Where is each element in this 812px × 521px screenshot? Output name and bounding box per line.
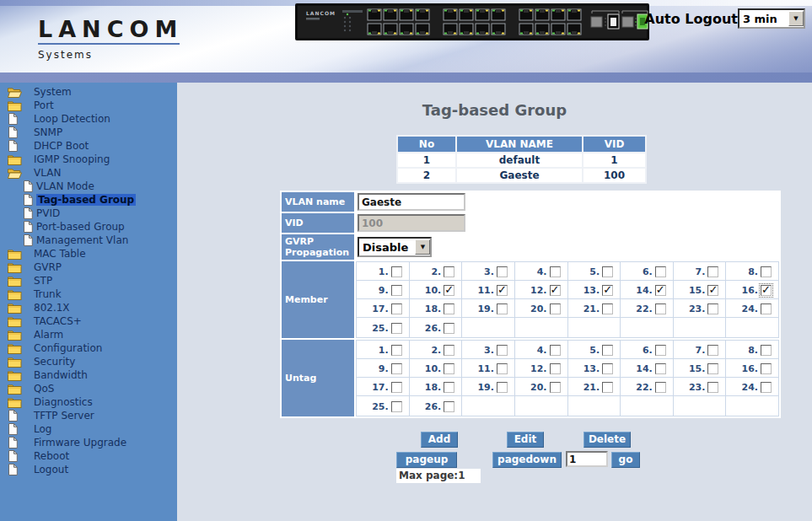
untag-port-7-checkbox[interactable]	[707, 345, 718, 356]
untag-port-20-checkbox[interactable]	[550, 382, 561, 393]
untag-port-13-checkbox[interactable]	[602, 363, 613, 374]
sidebar-item-qos[interactable]: QoS	[0, 382, 177, 395]
member-port-3-checkbox[interactable]	[497, 266, 508, 277]
sidebar-item-firmware-upgrade[interactable]: Firmware Upgrade	[0, 436, 177, 449]
member-port-22-checkbox[interactable]	[655, 303, 666, 314]
go-button[interactable]: go	[611, 452, 640, 468]
sidebar-item-reboot[interactable]: Reboot	[0, 449, 177, 463]
file-icon	[23, 221, 33, 233]
sidebar-item-port-based-group[interactable]: Port-based Group	[0, 220, 177, 234]
member-port-25-checkbox[interactable]	[391, 323, 402, 334]
member-port-17-checkbox[interactable]	[391, 303, 402, 314]
add-button[interactable]: Add	[421, 432, 458, 448]
member-port-2-checkbox[interactable]	[444, 266, 454, 277]
untag-port-9-checkbox[interactable]	[391, 363, 402, 374]
untag-port-18-checkbox[interactable]	[444, 382, 454, 393]
vlan-name-input[interactable]	[358, 193, 465, 211]
sidebar-item-bandwidth[interactable]: Bandwidth	[0, 368, 177, 382]
pagedown-button[interactable]: pagedown	[492, 452, 562, 468]
member-port-8-checkbox[interactable]	[761, 266, 772, 277]
member-port-19-checkbox[interactable]	[497, 303, 508, 314]
gvrp-select[interactable]: Disable ▼	[358, 237, 432, 257]
member-port-24-checkbox[interactable]	[761, 303, 772, 314]
member-port-15-checkbox[interactable]	[707, 285, 718, 296]
sidebar-item-tftp-server[interactable]: TFTP Server	[0, 409, 177, 422]
untag-port-12-checkbox[interactable]	[550, 363, 561, 374]
member-port-13-checkbox[interactable]	[602, 285, 613, 296]
sidebar-item-management-vlan[interactable]: Management Vlan	[0, 234, 177, 247]
sidebar-item-trunk[interactable]: Trunk	[0, 287, 177, 301]
pageup-button[interactable]: pageup	[396, 452, 457, 468]
untag-port-5-checkbox[interactable]	[602, 345, 613, 356]
sidebar-item-log[interactable]: Log	[0, 422, 177, 436]
untag-port-10-checkbox[interactable]	[444, 363, 454, 374]
member-port-1-checkbox[interactable]	[391, 266, 402, 277]
file-icon	[23, 234, 33, 246]
untag-port-24-checkbox[interactable]	[761, 382, 772, 393]
member-port-11-checkbox[interactable]	[497, 285, 508, 296]
member-port-12-checkbox[interactable]	[550, 285, 561, 296]
file-icon	[8, 410, 18, 422]
sidebar-item-vlan[interactable]: VLAN	[0, 166, 177, 180]
page-number-input[interactable]	[566, 451, 608, 467]
table-row[interactable]: 1default1	[398, 153, 645, 167]
member-port-7-checkbox[interactable]	[707, 266, 718, 277]
untag-port-22-checkbox[interactable]	[655, 382, 666, 393]
sidebar-item-tacacs[interactable]: TACACS+	[0, 314, 177, 328]
member-port-6-checkbox[interactable]	[655, 266, 666, 277]
sidebar-item-gvrp[interactable]: GVRP	[0, 260, 177, 274]
member-port-14-checkbox[interactable]	[655, 285, 666, 296]
untag-port-4-checkbox[interactable]	[550, 345, 561, 356]
sidebar-item-alarm[interactable]: Alarm	[0, 328, 177, 341]
sidebar-item-pvid[interactable]: PVID	[0, 207, 177, 220]
sidebar-item-mac-table[interactable]: MAC Table	[0, 247, 177, 260]
member-port-26-checkbox[interactable]	[444, 323, 454, 334]
untag-port-8-checkbox[interactable]	[761, 345, 772, 356]
member-port-9-checkbox[interactable]	[391, 285, 402, 296]
sidebar-item-port[interactable]: Port	[0, 99, 177, 112]
chevron-down-icon[interactable]: ▼	[788, 11, 804, 26]
untag-port-11-checkbox[interactable]	[497, 363, 508, 374]
sidebar-item-igmp-snooping[interactable]: IGMP Snooping	[0, 153, 177, 166]
chevron-down-icon[interactable]: ▼	[415, 239, 430, 255]
untag-port-17-checkbox[interactable]	[391, 382, 402, 393]
untag-port-25-checkbox[interactable]	[391, 401, 402, 412]
sidebar-item-snmp[interactable]: SNMP	[0, 126, 177, 139]
sidebar-item-dhcp-boot[interactable]: DHCP Boot	[0, 139, 177, 153]
member-port-16-checkbox[interactable]	[761, 285, 772, 296]
untag-port-14-checkbox[interactable]	[655, 363, 666, 374]
untag-port-1-checkbox[interactable]	[391, 345, 402, 356]
member-port-21-checkbox[interactable]	[602, 303, 613, 314]
sidebar-item-802-1x[interactable]: 802.1X	[0, 301, 177, 314]
port-cell: 10.	[409, 281, 462, 299]
untag-port-16-checkbox[interactable]	[761, 363, 772, 374]
member-port-18-checkbox[interactable]	[444, 303, 454, 314]
untag-port-grid: 1.2.3.4.5.6.7.8.9.10.11.12.13.14.15.16.1…	[356, 340, 779, 416]
untag-port-21-checkbox[interactable]	[602, 382, 613, 393]
edit-button[interactable]: Edit	[507, 432, 544, 448]
member-port-4-checkbox[interactable]	[550, 266, 561, 277]
untag-port-15-checkbox[interactable]	[707, 363, 718, 374]
untag-port-19-checkbox[interactable]	[497, 382, 508, 393]
sidebar-item-system[interactable]: System	[0, 85, 177, 99]
untag-port-26-checkbox[interactable]	[444, 401, 454, 412]
untag-port-2-checkbox[interactable]	[444, 345, 454, 356]
sidebar-item-stp[interactable]: STP	[0, 274, 177, 287]
table-row[interactable]: 2Gaeste100	[398, 169, 645, 182]
sidebar-item-security[interactable]: Security	[0, 355, 177, 368]
member-port-20-checkbox[interactable]	[550, 303, 561, 314]
untag-port-6-checkbox[interactable]	[655, 345, 666, 356]
sidebar-item-configuration[interactable]: Configuration	[0, 341, 177, 355]
member-port-23-checkbox[interactable]	[707, 303, 718, 314]
sidebar-item-loop-detection[interactable]: Loop Detection	[0, 112, 177, 126]
untag-port-23-checkbox[interactable]	[707, 382, 718, 393]
sidebar-item-tag-based-group[interactable]: Tag-based Group	[0, 193, 177, 207]
untag-port-3-checkbox[interactable]	[497, 345, 508, 356]
delete-button[interactable]: Delete	[583, 432, 631, 448]
auto-logout-select[interactable]: 3 min ▼	[738, 8, 805, 29]
member-port-10-checkbox[interactable]	[444, 285, 454, 296]
sidebar-item-vlan-mode[interactable]: VLAN Mode	[0, 180, 177, 193]
sidebar-item-diagnostics[interactable]: Diagnostics	[0, 395, 177, 409]
member-port-5-checkbox[interactable]	[602, 266, 613, 277]
sidebar-item-logout[interactable]: Logout	[0, 463, 177, 476]
